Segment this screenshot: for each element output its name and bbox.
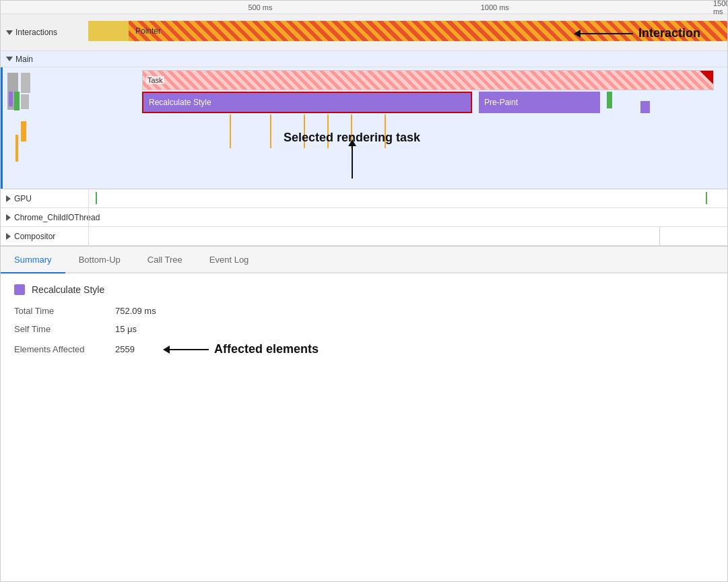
main-tracks: Task Recalculate Style Pre-Paint xyxy=(1,67,727,189)
compositor-track xyxy=(88,227,727,245)
interactions-row: Interactions Pointer Interaction xyxy=(1,14,727,51)
timeline-container: 500 ms 1000 ms 1500 ms Interactions Poin… xyxy=(1,1,727,247)
gpu-green-tick-1 xyxy=(96,192,97,204)
self-time-row: Self Time 15 μs xyxy=(14,324,714,334)
gpu-row: GPU xyxy=(1,189,727,208)
main-header-row: Main xyxy=(1,51,727,67)
selected-rendering-annotation: Selected rendering task xyxy=(284,131,420,179)
orange-line-2 xyxy=(270,115,271,148)
recalculate-label: Recalculate Style xyxy=(149,98,211,107)
elements-key: Elements Affected xyxy=(14,344,108,354)
prepaint-label: Pre-Paint xyxy=(484,98,518,107)
gray-block-3 xyxy=(21,94,29,109)
orange-small-left-2 xyxy=(15,135,18,162)
main-expand-icon[interactable] xyxy=(6,57,13,61)
self-time-value: 15 μs xyxy=(115,324,137,334)
tabs-container: Summary Bottom-Up Call Tree Event Log xyxy=(1,247,727,273)
tick-1500: 1500 ms xyxy=(713,0,728,15)
task-corner-red xyxy=(700,71,713,84)
compositor-divider xyxy=(659,227,660,245)
tab-bottom-up[interactable]: Bottom-Up xyxy=(65,247,134,273)
tab-event-log[interactable]: Event Log xyxy=(196,247,263,273)
total-time-row: Total Time 752.09 ms xyxy=(14,306,714,316)
total-time-value: 752.09 ms xyxy=(115,306,156,316)
chrome-child-track xyxy=(88,208,727,226)
gray-block-2 xyxy=(21,73,30,93)
recalculate-icon xyxy=(14,284,25,295)
task-bar: Task xyxy=(142,70,714,90)
tab-call-tree[interactable]: Call Tree xyxy=(134,247,196,273)
summary-title-row: Recalculate Style xyxy=(14,284,714,295)
interaction-annotation: Interaction xyxy=(579,26,700,40)
blue-border xyxy=(1,67,3,189)
interactions-expand-icon[interactable] xyxy=(6,30,13,35)
gpu-expand-icon[interactable] xyxy=(6,195,11,202)
interaction-annotation-text: Interaction xyxy=(638,26,700,40)
summary-title: Recalculate Style xyxy=(32,284,104,295)
purple-small-right xyxy=(640,101,650,113)
affected-annotation: Affected elements xyxy=(168,342,319,356)
time-ruler: 500 ms 1000 ms 1500 ms xyxy=(1,1,727,14)
interaction-arrow-icon xyxy=(579,33,633,34)
main-label: Main xyxy=(1,55,88,64)
rendering-arrow-up xyxy=(352,145,353,179)
gpu-track xyxy=(88,189,727,207)
compositor-label: Compositor xyxy=(1,232,88,241)
recalculate-style-bar[interactable]: Recalculate Style xyxy=(142,92,472,113)
main-section: Main Task xyxy=(1,51,727,189)
tab-summary[interactable]: Summary xyxy=(1,247,65,273)
compositor-row: Compositor xyxy=(1,227,727,246)
summary-panel: Recalculate Style Total Time 752.09 ms S… xyxy=(1,273,727,375)
elements-affected-row: Elements Affected 2559 Affected elements xyxy=(14,342,714,356)
task-label: Task xyxy=(146,76,164,84)
pointer-label: Pointer xyxy=(135,26,161,36)
green-small-left xyxy=(14,92,20,110)
tick-1000: 1000 ms xyxy=(481,3,509,11)
prepaint-bar: Pre-Paint xyxy=(479,92,600,113)
main-track-content: Task Recalculate Style Pre-Paint xyxy=(88,67,727,189)
elements-value: 2559 xyxy=(115,344,135,354)
tick-500: 500 ms xyxy=(248,3,272,11)
gpu-label: GPU xyxy=(1,194,88,203)
total-time-key: Total Time xyxy=(14,306,108,316)
orange-small-left xyxy=(21,121,26,141)
self-time-key: Self Time xyxy=(14,324,108,334)
chrome-child-label: Chrome_ChildIOThread xyxy=(1,213,88,222)
purple-small-left xyxy=(9,92,13,106)
orange-line-1 xyxy=(230,115,231,148)
compositor-expand-icon[interactable] xyxy=(6,233,11,240)
pointer-yellow-block xyxy=(88,21,129,41)
green-small-right xyxy=(607,92,612,108)
affected-annotation-text: Affected elements xyxy=(214,342,319,356)
affected-arrow-icon xyxy=(168,349,209,350)
gpu-green-tick-2 xyxy=(706,192,707,204)
chrome-expand-icon[interactable] xyxy=(6,214,11,221)
chrome-child-row: Chrome_ChildIOThread xyxy=(1,208,727,227)
interactions-label: Interactions xyxy=(1,28,88,37)
